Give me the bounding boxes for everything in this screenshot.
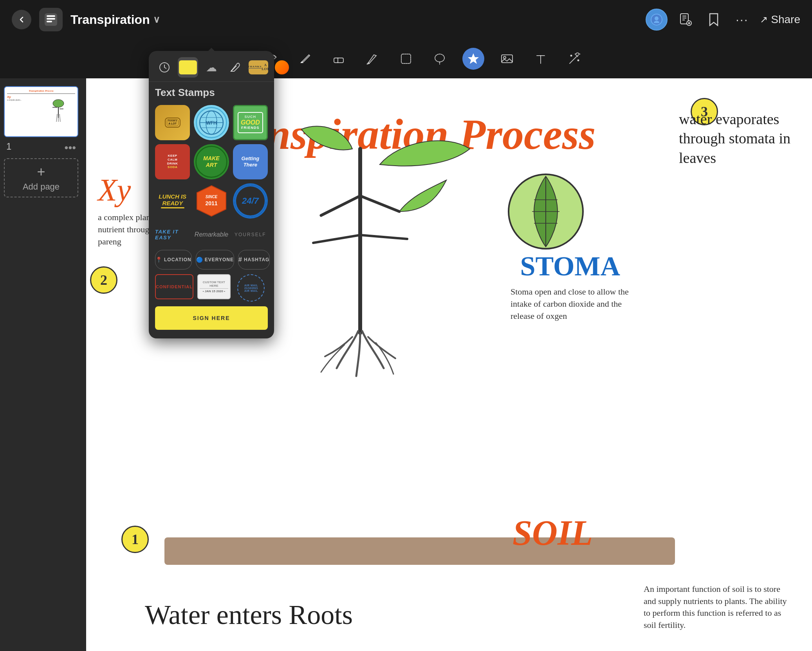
popup-tab-yellow[interactable] [178, 57, 198, 78]
svg-point-25 [53, 99, 64, 107]
sticker-getting-there[interactable]: GettingThere [233, 144, 268, 179]
sign-here-row: SIGN HERE [149, 304, 274, 332]
cloud-icon: ☁ [206, 61, 217, 74]
popup-tab-thanks[interactable]: THANKS A LOT [248, 57, 269, 78]
stamp-hashtag[interactable]: # HASHTAG [238, 250, 270, 269]
page-thumbnail-1[interactable]: Transpiration Process Xy a complex plant… [4, 86, 78, 137]
water-evap-text: water evaporates through stomata in leav… [679, 110, 796, 168]
popup-tab-cloud[interactable]: ☁ [201, 57, 222, 78]
svg-point-5 [655, 16, 659, 20]
app-logo [39, 8, 63, 31]
popup-tab-bar: ☁ THANKS A LOT [149, 51, 274, 82]
sticker-thanks-a-lot[interactable]: THANKS A LOT [155, 105, 190, 140]
stoma-description: Stoma open and close to allow the intake… [511, 286, 648, 322]
magic-tool[interactable] [563, 48, 585, 70]
top-nav-bar: Transpiration ∨ [0, 0, 812, 39]
stoma-title: STOMA [520, 251, 620, 282]
user-avatar[interactable] [646, 9, 668, 31]
share-button[interactable]: ↗ Share [760, 13, 800, 26]
eraser-tool[interactable] [328, 48, 350, 70]
select-tool[interactable] [395, 48, 417, 70]
sticker-tool[interactable] [462, 48, 484, 70]
pencil-tool[interactable] [294, 48, 316, 70]
add-page-icon-btn[interactable] [675, 9, 696, 30]
yellow-square-icon [179, 60, 197, 74]
orange-circle-icon [275, 60, 289, 74]
sticker-since-2011[interactable]: SINCE 2011 [194, 183, 229, 219]
svg-point-16 [435, 54, 444, 62]
lasso-tool[interactable] [429, 48, 451, 70]
soil-description: An important function of soil is to stor… [644, 583, 792, 631]
ground-illustration [164, 537, 675, 565]
stamp-custom-text[interactable]: CUSTOM TEXT HERE • JAN 15 2020 • [197, 274, 231, 299]
water-roots-text: Water enters Roots [145, 599, 353, 631]
stamp-yourself[interactable]: YOURSELF [233, 224, 268, 245]
back-button[interactable] [12, 10, 31, 29]
plant-illustration [243, 118, 478, 393]
number-circle-2: 2 [90, 266, 117, 294]
svg-point-23 [578, 60, 579, 61]
bookmark-btn[interactable] [704, 9, 724, 30]
svg-rect-1 [47, 15, 55, 17]
leaf-circle-illustration [507, 172, 585, 252]
add-page-button[interactable]: + Add page [4, 158, 78, 197]
popup-section-title: Text Stamps [149, 82, 274, 102]
stamp-sign-here[interactable]: SIGN HERE [155, 306, 268, 330]
svg-rect-2 [47, 18, 55, 20]
sticker-make-art[interactable]: MAKE ART [194, 144, 229, 179]
soil-title: SOIL [512, 513, 593, 553]
more-options-btn[interactable]: ··· [732, 9, 752, 30]
page-sidebar: Transpiration Process Xy a complex plant… [0, 78, 86, 651]
sticker-wfh[interactable]: WFH [194, 105, 229, 140]
rubber-stamps-row: CONFIDENTIAL CUSTOM TEXT HERE • JAN 15 2… [149, 272, 274, 304]
pen-tool[interactable] [361, 48, 383, 70]
svg-point-19 [503, 56, 506, 59]
stamp-location[interactable]: 📍 LOCATION [155, 250, 192, 269]
sticker-lunch-is-ready[interactable]: LUNCH ISREADY [155, 183, 190, 219]
svg-rect-15 [401, 54, 411, 63]
drawing-toolbar [0, 39, 812, 78]
stamp-everyone[interactable]: 🔵 EVERYONE [196, 250, 234, 269]
svg-text:2011: 2011 [205, 200, 217, 206]
xylem-title: Xy [98, 172, 131, 208]
image-tool[interactable] [496, 48, 518, 70]
svg-rect-13 [334, 58, 343, 63]
svg-rect-3 [47, 21, 52, 22]
svg-line-34 [231, 66, 236, 71]
popup-tab-feather[interactable] [225, 57, 245, 78]
stamp-confidential[interactable]: CONFIDENTIAL [155, 274, 193, 299]
page-number: 1 [6, 141, 11, 152]
nav-right-actions: ··· ↗ Share [646, 9, 800, 31]
sticker-keep-calm[interactable]: KEEP CALM DRINK SODA [155, 144, 190, 179]
number-circle-1: 1 [121, 526, 149, 553]
sticker-247[interactable]: 24/7 [233, 183, 268, 219]
stamp-take-it-easy[interactable]: TAKE IT EASY [155, 224, 190, 245]
svg-text:SINCE: SINCE [206, 195, 218, 199]
add-page-label: Add page [23, 182, 60, 192]
text-tool[interactable] [530, 48, 552, 70]
field-stamps-row: 📍 LOCATION 🔵 EVERYONE # HASHTAG [149, 248, 274, 272]
thanks-tab-preview: THANKS A LOT [249, 60, 268, 74]
stamp-air-mail[interactable]: AIR MAIL 21/10/2021 AIR MAIL [237, 274, 265, 302]
stamp-remarkable[interactable]: Remarkable [194, 224, 229, 245]
svg-text:WFH: WFH [206, 120, 217, 126]
document-title[interactable]: Transpiration ∨ [70, 13, 160, 27]
popup-tab-orange[interactable] [272, 57, 292, 78]
popup-tab-recent[interactable] [154, 57, 175, 78]
page-options-btn[interactable]: ••• [65, 141, 80, 154]
italic-text-stamps-row: TAKE IT EASY Remarkable YOURSELF [149, 222, 274, 248]
svg-point-22 [571, 55, 572, 56]
title-dropdown-arrow: ∨ [153, 14, 160, 25]
svg-marker-17 [468, 53, 479, 64]
sticker-grid: THANKS A LOT WFH SUCH [149, 102, 274, 222]
sticker-such-good-friends[interactable]: SUCH GOOD FRIENDS [233, 105, 268, 140]
sticker-popup: ☁ THANKS A LOT Text Stamps THANKS [149, 51, 274, 338]
